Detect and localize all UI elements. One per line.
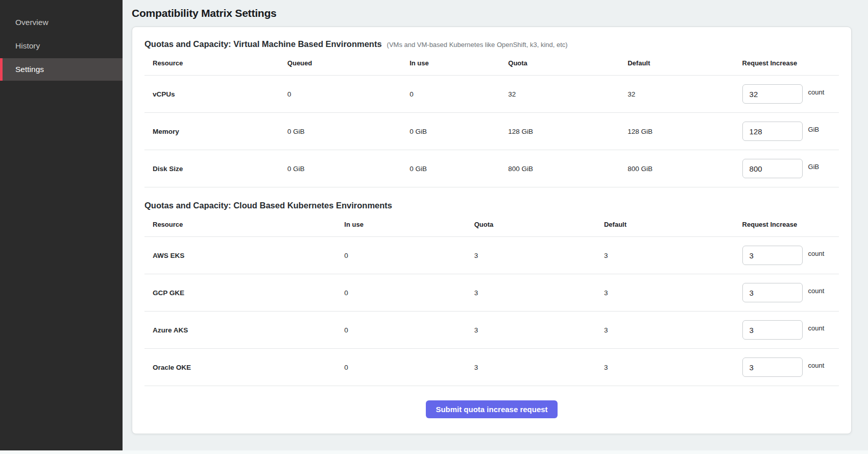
request-increase-cell: count <box>734 283 839 302</box>
request-increase-cell: count <box>734 246 839 265</box>
k8s-section-header: Quotas and Capacity: Cloud Based Kuberne… <box>144 201 839 210</box>
in-use-value: 0 <box>336 326 466 334</box>
quota-value: 3 <box>466 326 596 334</box>
unit-label: GiB <box>808 126 819 133</box>
oracle-oke-request-input[interactable] <box>742 357 803 377</box>
col-header-resource: Resource <box>144 221 336 228</box>
submit-quota-increase-button[interactable]: Submit quota increase request <box>426 400 557 418</box>
vm-section-subtitle: (VMs and VM-based Kubernetes like OpenSh… <box>387 41 568 49</box>
aws-eks-request-input[interactable] <box>742 246 803 265</box>
default-value: 3 <box>596 289 734 297</box>
in-use-value: 0 GiB <box>401 128 500 135</box>
quota-value: 128 GiB <box>500 128 619 135</box>
col-header-quota: Quota <box>500 59 619 67</box>
in-use-value: 0 <box>401 90 500 98</box>
col-header-in-use: In use <box>401 59 500 67</box>
unit-label: count <box>808 324 825 332</box>
default-value: 3 <box>596 364 734 371</box>
submit-row: Submit quota increase request <box>144 400 839 418</box>
col-header-quota: Quota <box>466 221 596 228</box>
request-increase-cell: GiB <box>734 159 839 178</box>
vcpus-request-input[interactable] <box>742 84 803 104</box>
vm-section-title: Quotas and Capacity: Virtual Machine Bas… <box>144 39 382 49</box>
vm-quota-table: Resource Queued In use Quota Default Req… <box>144 51 839 187</box>
col-header-queued: Queued <box>279 59 401 67</box>
quota-value: 3 <box>466 252 596 259</box>
in-use-value: 0 <box>336 364 466 371</box>
default-value: 128 GiB <box>619 128 734 135</box>
sidebar-item-settings[interactable]: Settings <box>0 58 123 81</box>
col-header-request-increase: Request Increase <box>734 221 839 228</box>
resource-name: vCPUs <box>144 90 279 98</box>
default-value: 32 <box>619 90 734 98</box>
unit-label: count <box>808 88 825 96</box>
quota-value: 800 GiB <box>500 165 619 173</box>
sidebar-item-history[interactable]: History <box>0 35 123 57</box>
resource-name: GCP GKE <box>144 289 336 297</box>
resource-name: Oracle OKE <box>144 364 336 371</box>
queued-value: 0 GiB <box>279 128 401 135</box>
unit-label: count <box>808 287 825 295</box>
k8s-table-header-row: Resource In use Quota Default Request In… <box>144 212 839 237</box>
in-use-value: 0 <box>336 252 466 259</box>
resource-name: Azure AKS <box>144 326 336 334</box>
col-header-resource: Resource <box>144 59 279 67</box>
queued-value: 0 <box>279 90 401 98</box>
quota-value: 3 <box>466 289 596 297</box>
queued-value: 0 GiB <box>279 165 401 173</box>
sidebar: Overview History Settings <box>0 0 123 450</box>
azure-aks-request-input[interactable] <box>742 320 803 340</box>
disk-size-request-input[interactable] <box>742 159 803 178</box>
quota-value: 3 <box>466 364 596 371</box>
request-increase-cell: count <box>734 357 839 377</box>
default-value: 800 GiB <box>619 165 734 173</box>
table-row: AWS EKS 0 3 3 count <box>144 237 839 274</box>
unit-label: count <box>808 250 825 257</box>
memory-request-input[interactable] <box>742 122 803 141</box>
default-value: 3 <box>596 326 734 334</box>
k8s-quota-table: Resource In use Quota Default Request In… <box>144 212 839 386</box>
table-row: GCP GKE 0 3 3 count <box>144 274 839 312</box>
resource-name: Memory <box>144 128 279 135</box>
vm-section-header: Quotas and Capacity: Virtual Machine Bas… <box>144 39 839 49</box>
gcp-gke-request-input[interactable] <box>742 283 803 302</box>
vm-table-header-row: Resource Queued In use Quota Default Req… <box>144 51 839 76</box>
k8s-section-title: Quotas and Capacity: Cloud Based Kuberne… <box>144 201 392 210</box>
sidebar-item-overview[interactable]: Overview <box>0 11 123 34</box>
request-increase-cell: count <box>734 84 839 104</box>
default-value: 3 <box>596 252 734 259</box>
table-row: Memory 0 GiB 0 GiB 128 GiB 128 GiB GiB <box>144 113 839 150</box>
request-increase-cell: count <box>734 320 839 340</box>
in-use-value: 0 <box>336 289 466 297</box>
col-header-default: Default <box>619 59 734 67</box>
main-content: Compatibility Matrix Settings Quotas and… <box>123 0 868 450</box>
col-header-default: Default <box>596 221 734 228</box>
table-row: Disk Size 0 GiB 0 GiB 800 GiB 800 GiB Gi… <box>144 150 839 187</box>
page-title: Compatibility Matrix Settings <box>132 7 852 19</box>
resource-name: AWS EKS <box>144 252 336 259</box>
app-container: Overview History Settings Compatibility … <box>0 0 868 450</box>
table-row: vCPUs 0 0 32 32 count <box>144 76 839 113</box>
resource-name: Disk Size <box>144 165 279 173</box>
table-row: Oracle OKE 0 3 3 count <box>144 349 839 386</box>
col-header-in-use: In use <box>336 221 466 228</box>
table-row: Azure AKS 0 3 3 count <box>144 312 839 349</box>
col-header-request-increase: Request Increase <box>734 59 839 67</box>
request-increase-cell: GiB <box>734 122 839 141</box>
quota-value: 32 <box>500 90 619 98</box>
settings-card: Quotas and Capacity: Virtual Machine Bas… <box>132 27 852 434</box>
unit-label: GiB <box>808 163 819 171</box>
unit-label: count <box>808 362 825 369</box>
in-use-value: 0 GiB <box>401 165 500 173</box>
